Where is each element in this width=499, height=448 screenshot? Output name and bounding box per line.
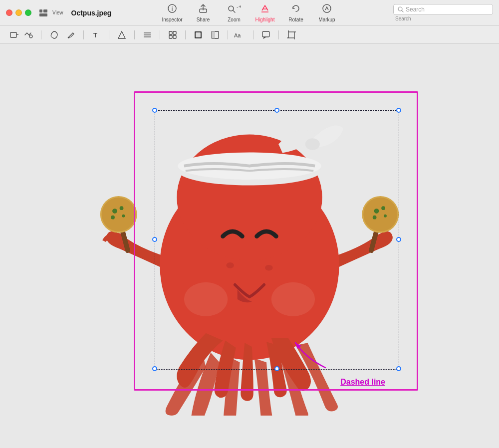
svg-text:Aa: Aa (234, 32, 241, 38)
crop-button[interactable] (285, 29, 298, 41)
canvas-area: Dashed line (0, 44, 499, 448)
svg-rect-30 (212, 31, 215, 38)
separator-3 (109, 30, 109, 39)
inspector-label: Inspector (162, 17, 182, 22)
inspector-icon: i (167, 3, 177, 16)
svg-text:+: + (239, 3, 241, 9)
svg-rect-2 (39, 13, 47, 16)
inspector-button[interactable]: i Inspector (161, 3, 183, 22)
svg-point-43 (111, 216, 115, 220)
svg-rect-15 (10, 32, 16, 37)
separator-8 (253, 30, 253, 39)
share-button[interactable]: Share (192, 3, 214, 22)
bubble-button[interactable] (259, 29, 272, 41)
separator-4 (134, 30, 135, 39)
font-button[interactable]: Aa (234, 29, 247, 41)
svg-rect-1 (43, 9, 47, 12)
zoom-icon: - + (227, 3, 241, 16)
view-button[interactable] (37, 7, 49, 19)
svg-rect-32 (262, 31, 269, 37)
svg-point-51 (384, 215, 387, 218)
lines-button[interactable] (141, 29, 154, 41)
svg-point-41 (112, 209, 117, 214)
svg-point-47 (363, 198, 397, 231)
svg-point-44 (122, 215, 125, 218)
octopus-container: Dashed line (90, 76, 409, 416)
separator-2 (83, 30, 84, 39)
file-title: Octpus.jpeg (71, 9, 112, 17)
zoom-button[interactable]: - + Zoom (223, 3, 245, 22)
lasso-button[interactable] (47, 29, 60, 41)
fill-button[interactable] (209, 29, 222, 41)
svg-rect-0 (39, 9, 42, 12)
text-button[interactable]: T (90, 29, 103, 41)
rotate-icon (291, 3, 301, 16)
svg-rect-26 (173, 35, 176, 38)
separator-6 (185, 30, 186, 39)
search-placeholder: Search (406, 6, 425, 13)
search-sublabel: Search (395, 16, 411, 21)
maximize-button[interactable] (25, 9, 31, 16)
svg-text:T: T (93, 31, 97, 39)
svg-point-40 (102, 198, 136, 231)
separator-7 (228, 30, 228, 39)
svg-rect-28 (196, 32, 201, 37)
svg-point-58 (305, 138, 320, 150)
svg-rect-24 (173, 31, 176, 34)
svg-point-42 (120, 206, 124, 210)
markup-icon (322, 3, 332, 16)
markup-button[interactable]: Markup (316, 3, 338, 22)
separator-5 (160, 30, 160, 39)
svg-point-49 (381, 206, 385, 210)
select-tools (8, 29, 35, 41)
rotate-button[interactable]: Rotate (285, 3, 307, 22)
markup-label: Markup (318, 17, 335, 22)
svg-line-14 (402, 10, 403, 12)
svg-point-50 (373, 216, 377, 220)
svg-point-17 (29, 35, 32, 38)
shape-button[interactable] (115, 29, 128, 41)
share-icon (198, 3, 208, 16)
octopus-image (90, 76, 409, 416)
close-button[interactable] (6, 9, 12, 16)
svg-point-54 (271, 282, 315, 316)
search-box[interactable]: Search (393, 4, 493, 15)
traffic-lights (6, 9, 31, 16)
svg-point-12 (323, 4, 331, 12)
svg-text:i: i (172, 5, 173, 12)
svg-rect-23 (169, 31, 172, 34)
svg-line-7 (233, 10, 235, 12)
separator-1 (41, 30, 41, 39)
minimize-button[interactable] (15, 9, 22, 16)
grid-button[interactable] (166, 29, 179, 41)
secondary-toolbar: T (0, 26, 499, 44)
titlebar: View Octpus.jpeg i Inspector Share (0, 0, 499, 26)
view-label: View (52, 10, 63, 15)
search-icon (398, 6, 404, 12)
zoom-label: Zoom (228, 17, 241, 22)
border-button[interactable] (192, 29, 205, 41)
svg-point-60 (265, 265, 273, 271)
svg-rect-33 (288, 32, 294, 38)
highlight-icon (260, 3, 270, 16)
rotate-label: Rotate (288, 17, 303, 22)
separator-9 (278, 30, 279, 39)
svg-point-48 (374, 209, 379, 214)
smart-select-button[interactable] (22, 29, 35, 41)
svg-point-53 (184, 282, 228, 316)
rect-select-button[interactable] (8, 29, 21, 41)
share-label: Share (197, 17, 210, 22)
pen-button[interactable] (64, 29, 77, 41)
svg-point-59 (226, 262, 234, 268)
search-area: Search Search (393, 4, 493, 21)
highlight-label: Highlight (255, 17, 275, 22)
highlight-button[interactable]: Highlight (254, 3, 276, 22)
main-toolbar: i Inspector Share - + (161, 3, 338, 22)
svg-rect-25 (169, 35, 172, 38)
